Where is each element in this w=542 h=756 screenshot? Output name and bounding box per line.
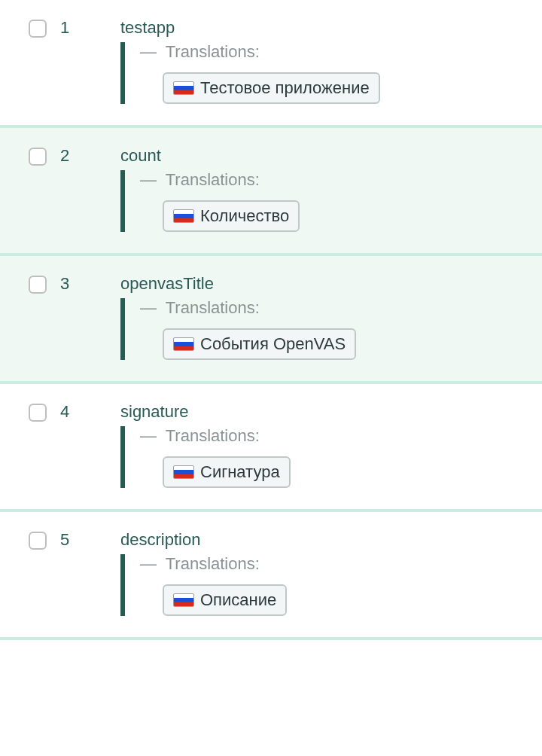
translations-dash: — bbox=[140, 42, 157, 61]
translations-word: Translations: bbox=[166, 170, 260, 189]
checkbox-cell bbox=[15, 274, 60, 294]
row-checkbox[interactable] bbox=[29, 276, 47, 294]
translations-block: — Translations:Тестовое приложение bbox=[120, 42, 527, 104]
translation-chip-ru[interactable]: Описание bbox=[163, 584, 287, 616]
row-checkbox[interactable] bbox=[29, 532, 47, 550]
translation-chip-row: Сигнатура bbox=[163, 456, 527, 488]
translation-key[interactable]: count bbox=[120, 146, 527, 166]
translation-key[interactable]: testapp bbox=[120, 18, 527, 38]
flag-ru-icon bbox=[173, 593, 194, 607]
row-content: testapp— Translations:Тестовое приложени… bbox=[120, 18, 527, 104]
translation-key[interactable]: description bbox=[120, 530, 527, 550]
translation-chip-ru[interactable]: События OpenVAS bbox=[163, 328, 356, 360]
row-checkbox[interactable] bbox=[29, 148, 47, 166]
translations-dash: — bbox=[140, 298, 157, 317]
table-row: 5description— Translations:Описание bbox=[0, 512, 542, 640]
translation-text: Сигнатура bbox=[200, 462, 280, 482]
translation-chip-row: Количество bbox=[163, 200, 527, 232]
table-row: 1testapp— Translations:Тестовое приложен… bbox=[0, 0, 542, 128]
checkbox-cell bbox=[15, 402, 60, 422]
translation-key[interactable]: openvasTitle bbox=[120, 274, 527, 294]
translation-text: События OpenVAS bbox=[200, 334, 346, 354]
row-number: 5 bbox=[60, 530, 120, 550]
table-row: 2count— Translations:Количество bbox=[0, 128, 542, 256]
translations-label: — Translations: bbox=[140, 426, 527, 446]
translation-chip-row: События OpenVAS bbox=[163, 328, 527, 360]
row-number: 1 bbox=[60, 18, 120, 38]
flag-ru-icon bbox=[173, 209, 194, 223]
row-content: openvasTitle— Translations:События OpenV… bbox=[120, 274, 527, 360]
row-number: 4 bbox=[60, 402, 120, 422]
translations-word: Translations: bbox=[166, 426, 260, 445]
table-row: 4signature— Translations:Сигнатура bbox=[0, 384, 542, 512]
flag-ru-icon bbox=[173, 81, 194, 95]
checkbox-cell bbox=[15, 146, 60, 166]
translation-chip-row: Тестовое приложение bbox=[163, 72, 527, 104]
row-number: 3 bbox=[60, 274, 120, 294]
flag-ru-icon bbox=[173, 337, 194, 351]
flag-ru-icon bbox=[173, 465, 194, 479]
translations-label: — Translations: bbox=[140, 42, 527, 62]
translations-dash: — bbox=[140, 554, 157, 573]
translations-dash: — bbox=[140, 170, 157, 189]
translation-chip-row: Описание bbox=[163, 584, 527, 616]
row-content: description— Translations:Описание bbox=[120, 530, 527, 616]
translation-key[interactable]: signature bbox=[120, 402, 527, 422]
translation-list: 1testapp— Translations:Тестовое приложен… bbox=[0, 0, 542, 640]
translations-dash: — bbox=[140, 426, 157, 445]
translation-text: Описание bbox=[200, 590, 276, 610]
row-content: count— Translations:Количество bbox=[120, 146, 527, 232]
row-content: signature— Translations:Сигнатура bbox=[120, 402, 527, 488]
translations-block: — Translations:Количество bbox=[120, 170, 527, 232]
row-number: 2 bbox=[60, 146, 120, 166]
row-checkbox[interactable] bbox=[29, 404, 47, 422]
translations-block: — Translations:Описание bbox=[120, 554, 527, 616]
translations-label: — Translations: bbox=[140, 554, 527, 574]
translations-label: — Translations: bbox=[140, 298, 527, 318]
translation-chip-ru[interactable]: Количество bbox=[163, 200, 300, 232]
translations-word: Translations: bbox=[166, 554, 260, 573]
translations-word: Translations: bbox=[166, 298, 260, 317]
row-checkbox[interactable] bbox=[29, 20, 47, 38]
checkbox-cell bbox=[15, 18, 60, 38]
translations-word: Translations: bbox=[166, 42, 260, 61]
translations-block: — Translations:Сигнатура bbox=[120, 426, 527, 488]
translation-text: Количество bbox=[200, 206, 289, 226]
table-row: 3openvasTitle— Translations:События Open… bbox=[0, 256, 542, 384]
translation-chip-ru[interactable]: Сигнатура bbox=[163, 456, 291, 488]
checkbox-cell bbox=[15, 530, 60, 550]
translations-block: — Translations:События OpenVAS bbox=[120, 298, 527, 360]
translations-label: — Translations: bbox=[140, 170, 527, 190]
translation-chip-ru[interactable]: Тестовое приложение bbox=[163, 72, 380, 104]
translation-text: Тестовое приложение bbox=[200, 78, 370, 98]
